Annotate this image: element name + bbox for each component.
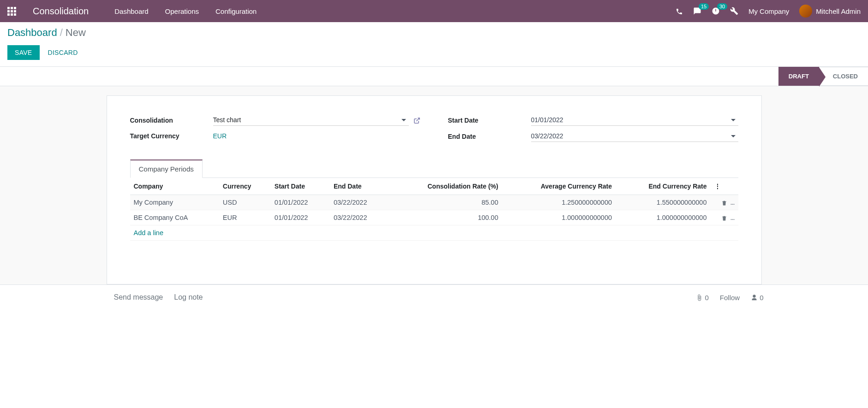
form-sheet: Consolidation Test chart Target Currency… <box>107 95 762 284</box>
cell-rate: 100.00 <box>389 210 502 225</box>
tab-company-periods[interactable]: Company Periods <box>130 160 203 178</box>
cell-company: My Company <box>130 195 219 210</box>
trash-icon[interactable] <box>721 199 729 206</box>
save-button[interactable]: SAVE <box>7 45 40 60</box>
end-date-field[interactable]: 03/22/2022 <box>531 130 738 142</box>
cell-avg: 1.250000000000 <box>502 195 616 210</box>
nav-menu-operations[interactable]: Operations <box>165 7 199 15</box>
th-optional-menu[interactable]: ⋮ <box>711 178 738 195</box>
cell-end-date: 03/22/2022 <box>330 195 389 210</box>
table-row[interactable]: BE Company CoA EUR 01/01/2022 03/22/2022… <box>130 210 738 225</box>
chevron-down-icon[interactable] <box>401 119 406 121</box>
start-date-value: 01/01/2022 <box>531 116 728 124</box>
status-strip: DRAFT CLOSED <box>0 67 868 86</box>
th-avg-rate[interactable]: Average Currency Rate <box>502 178 616 195</box>
cell-start-date: 01/01/2022 <box>271 210 330 225</box>
follow-button[interactable]: Follow <box>720 294 740 302</box>
status-draft[interactable]: DRAFT <box>778 67 819 86</box>
user-menu[interactable]: Mitchell Admin <box>799 5 861 18</box>
add-line-link[interactable]: Add a line <box>134 229 164 237</box>
tabs: Company Periods <box>130 160 738 178</box>
send-message-button[interactable]: Send message <box>114 293 163 302</box>
messaging-badge: 15 <box>699 3 709 10</box>
target-currency-value[interactable]: EUR <box>213 130 420 142</box>
avatar-icon <box>799 5 812 18</box>
cell-end: 1.550000000000 <box>616 195 710 210</box>
chatter: Send message Log note 0 Follow 0 <box>97 285 771 310</box>
end-date-value: 03/22/2022 <box>531 132 728 140</box>
nav-menu: Dashboard Operations Configuration <box>114 7 257 15</box>
user-icon <box>751 294 758 301</box>
company-selector[interactable]: My Company <box>748 7 789 15</box>
activity-icon[interactable]: 30 <box>712 7 720 15</box>
th-consolidation-rate[interactable]: Consolidation Rate (%) <box>389 178 502 195</box>
chevron-down-icon[interactable] <box>731 119 736 121</box>
top-navbar: Consolidation Dashboard Operations Confi… <box>0 0 868 22</box>
cell-currency: EUR <box>219 210 271 225</box>
th-currency[interactable]: Currency <box>219 178 271 195</box>
chevron-down-icon[interactable] <box>731 135 736 137</box>
breadcrumb-current: New <box>66 27 86 39</box>
label-start-date: Start Date <box>448 117 531 124</box>
user-name: Mitchell Admin <box>816 7 861 15</box>
followers-count: 0 <box>760 294 763 302</box>
trash-icon[interactable] <box>721 214 729 221</box>
nav-menu-dashboard[interactable]: Dashboard <box>114 7 148 15</box>
apps-icon[interactable] <box>7 7 16 16</box>
control-panel: Dashboard / New SAVE DISCARD <box>0 22 868 67</box>
row-more[interactable]: ... <box>730 199 734 206</box>
breadcrumb: Dashboard / New <box>7 27 861 39</box>
company-periods-table: Company Currency Start Date End Date Con… <box>130 178 738 241</box>
paperclip-icon <box>696 294 703 301</box>
row-more[interactable]: ... <box>730 214 734 221</box>
cell-end-date: 03/22/2022 <box>330 210 389 225</box>
consolidation-field[interactable]: Test chart <box>213 114 409 126</box>
cell-start-date: 01/01/2022 <box>271 195 330 210</box>
debug-icon[interactable] <box>730 7 738 15</box>
consolidation-value: Test chart <box>213 116 399 124</box>
external-link-icon[interactable] <box>413 116 420 124</box>
table-row[interactable]: My Company USD 01/01/2022 03/22/2022 85.… <box>130 195 738 210</box>
nav-menu-configuration[interactable]: Configuration <box>216 7 257 15</box>
th-end-date[interactable]: End Date <box>330 178 389 195</box>
label-end-date: End Date <box>448 133 531 140</box>
app-brand: Consolidation <box>33 6 89 17</box>
discard-button[interactable]: DISCARD <box>48 49 78 56</box>
cell-company: BE Company CoA <box>130 210 219 225</box>
breadcrumb-root[interactable]: Dashboard <box>7 27 57 39</box>
th-end-rate[interactable]: End Currency Rate <box>616 178 710 195</box>
cell-currency: USD <box>219 195 271 210</box>
log-note-button[interactable]: Log note <box>174 293 203 302</box>
messaging-icon[interactable]: 15 <box>693 7 701 15</box>
cell-end: 1.000000000000 <box>616 210 710 225</box>
start-date-field[interactable]: 01/01/2022 <box>531 114 738 126</box>
cell-rate: 85.00 <box>389 195 502 210</box>
th-start-date[interactable]: Start Date <box>271 178 330 195</box>
activity-badge: 30 <box>717 3 727 10</box>
status-closed[interactable]: CLOSED <box>819 67 868 86</box>
add-line-row: Add a line <box>130 225 738 241</box>
attachments-count: 0 <box>705 294 708 302</box>
label-consolidation: Consolidation <box>130 117 213 124</box>
phone-icon[interactable] <box>676 7 683 15</box>
breadcrumb-separator: / <box>60 27 63 39</box>
label-target-currency: Target Currency <box>130 132 213 140</box>
followers-button[interactable]: 0 <box>751 294 763 302</box>
th-company[interactable]: Company <box>130 178 219 195</box>
cell-avg: 1.000000000000 <box>502 210 616 225</box>
attachments-button[interactable]: 0 <box>696 294 708 302</box>
